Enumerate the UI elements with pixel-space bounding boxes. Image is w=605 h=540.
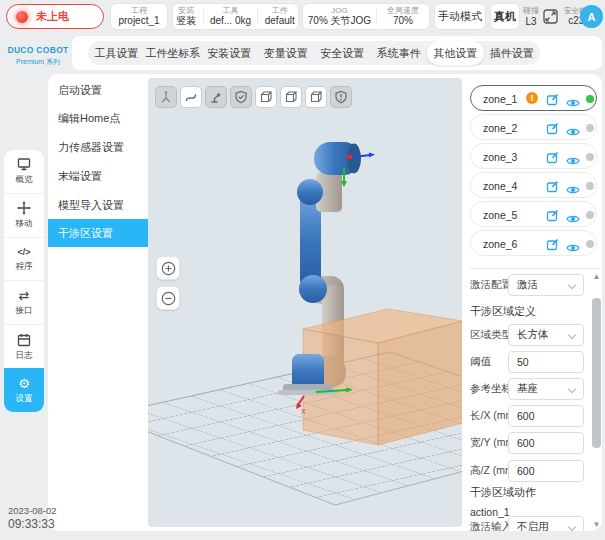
tab-variable-settings[interactable]: 变量设置 bbox=[258, 41, 315, 65]
zoom-in-button[interactable] bbox=[156, 256, 180, 280]
ref-frame-select[interactable]: 基座 bbox=[508, 378, 584, 400]
visibility-eye-icon[interactable] bbox=[566, 94, 580, 112]
zone-row-2[interactable]: zone_2 bbox=[470, 114, 597, 140]
threshold-input[interactable] bbox=[508, 351, 584, 373]
dim-y-input[interactable] bbox=[508, 432, 584, 454]
activate-input-select[interactable]: 不启用 bbox=[508, 516, 584, 531]
edit-icon[interactable] bbox=[546, 179, 559, 197]
zone-type-select[interactable]: 长方体 bbox=[508, 324, 584, 346]
edit-icon[interactable] bbox=[546, 92, 559, 110]
scroll-down-arrow[interactable]: ▼ bbox=[591, 520, 602, 530]
real-machine-button[interactable]: 真机 bbox=[490, 3, 520, 30]
edit-icon[interactable] bbox=[546, 121, 559, 139]
power-status-button[interactable]: 未上电 bbox=[6, 4, 104, 29]
panel-divider bbox=[470, 268, 600, 269]
visibility-eye-icon[interactable] bbox=[566, 123, 580, 141]
nav-item-overview[interactable]: 概览 bbox=[4, 150, 44, 193]
view-cube-1-button[interactable] bbox=[255, 86, 277, 108]
tab-plugin-settings[interactable]: 插件设置 bbox=[484, 41, 541, 65]
view-shield-alert-button[interactable] bbox=[330, 86, 352, 108]
view-cube-2-button[interactable] bbox=[280, 86, 302, 108]
zone-type-label: 区域类型 bbox=[470, 328, 512, 342]
settings-tabs: 工具设置 工件坐标系 安装设置 变量设置 安全设置 系统事件 其他设置 插件设置 bbox=[88, 41, 540, 65]
activate-input-value: 不启用 bbox=[517, 520, 549, 531]
setup-summary-group[interactable]: 安装 竖装 工具 def... 0kg 工件 default bbox=[172, 3, 299, 30]
form-scrollbar[interactable]: ▲ ▼ bbox=[591, 272, 602, 530]
view-cube-3-button[interactable] bbox=[305, 86, 327, 108]
jog-speed-group[interactable]: JOG 70% 关节JOG 全局速度 70% bbox=[302, 3, 430, 30]
view-robot-button[interactable] bbox=[205, 86, 227, 108]
scroll-up-arrow[interactable]: ▲ bbox=[591, 272, 602, 282]
clock-date: 2023-08-02 bbox=[8, 505, 57, 516]
jog-label: JOG bbox=[331, 6, 347, 16]
jog-value: 70% 关节JOG bbox=[308, 15, 371, 27]
nav-item-settings[interactable]: ⚙ 设置 bbox=[4, 368, 44, 412]
edit-icon[interactable] bbox=[546, 237, 559, 255]
menu-item-force-sensor[interactable]: 力传感器设置 bbox=[48, 133, 148, 161]
nav-item-log[interactable]: 日志 bbox=[4, 324, 44, 368]
3d-viewport[interactable]: X bbox=[148, 78, 462, 527]
zone-name: zone_1 bbox=[483, 93, 517, 105]
menu-item-end-effector[interactable]: 末端设置 bbox=[48, 162, 148, 190]
menu-item-edit-home[interactable]: 编辑Home点 bbox=[48, 104, 148, 132]
view-axis-button[interactable] bbox=[155, 86, 177, 108]
view-shield-check-button[interactable] bbox=[230, 86, 252, 108]
manual-mode-button[interactable]: 手动模式 bbox=[434, 3, 486, 30]
scrollbar-thumb[interactable] bbox=[592, 298, 601, 448]
edit-icon[interactable] bbox=[546, 150, 559, 168]
nav-label: 接口 bbox=[16, 305, 33, 317]
zone-enabled-dot[interactable] bbox=[586, 95, 594, 103]
zone-enabled-dot[interactable] bbox=[586, 182, 594, 190]
zone-row-1[interactable]: zone_1 ! bbox=[470, 85, 597, 111]
robot-icon bbox=[209, 90, 223, 104]
menu-item-startup-settings[interactable]: 启动设置 bbox=[48, 76, 148, 104]
3d-scene[interactable]: X bbox=[148, 78, 462, 527]
menu-item-model-import[interactable]: 模型导入设置 bbox=[48, 191, 148, 219]
brand-subtitle: Premium 系列 bbox=[5, 57, 71, 67]
ref-frame-value: 基座 bbox=[517, 382, 538, 396]
activation-select[interactable]: 激活 bbox=[508, 274, 584, 296]
nav-item-interface[interactable]: ⇄ 接口 bbox=[4, 280, 44, 324]
project-label: 工程 bbox=[131, 6, 147, 16]
tab-other-settings[interactable]: 其他设置 bbox=[427, 41, 484, 65]
zone-enabled-dot[interactable] bbox=[586, 153, 594, 161]
edit-icon[interactable] bbox=[546, 208, 559, 226]
zone-row-3[interactable]: zone_3 bbox=[470, 143, 597, 169]
app-window: 未上电 工程 project_1 安装 竖装 工具 def... 0kg 工件 … bbox=[0, 0, 605, 540]
path-icon bbox=[184, 90, 198, 104]
view-path-button[interactable] bbox=[180, 86, 202, 108]
zone-row-5[interactable]: zone_5 bbox=[470, 201, 597, 227]
zone-enabled-dot[interactable] bbox=[586, 240, 594, 248]
zone-enabled-dot[interactable] bbox=[586, 124, 594, 132]
tab-system-events[interactable]: 系统事件 bbox=[371, 41, 428, 65]
global-speed-value: 70% bbox=[393, 15, 413, 27]
tab-mount-settings[interactable]: 安装设置 bbox=[201, 41, 258, 65]
visibility-eye-icon[interactable] bbox=[566, 239, 580, 257]
user-avatar[interactable]: A bbox=[580, 5, 603, 28]
power-status-label: 未上电 bbox=[36, 9, 69, 24]
nav-item-move[interactable]: 移动 bbox=[4, 193, 44, 237]
zone-name: zone_3 bbox=[483, 151, 517, 163]
visibility-eye-icon[interactable] bbox=[566, 152, 580, 170]
brand-logo: DUCO COBOT Premium 系列 bbox=[5, 45, 71, 67]
zone-row-4[interactable]: zone_4 bbox=[470, 172, 597, 198]
tab-safety-settings[interactable]: 安全设置 bbox=[314, 41, 371, 65]
zone-row-6[interactable]: zone_6 bbox=[470, 230, 597, 256]
dim-x-input[interactable] bbox=[508, 405, 584, 427]
tool-value: def... 0kg bbox=[210, 15, 251, 27]
nav-label: 概览 bbox=[16, 174, 33, 186]
zoom-out-button[interactable] bbox=[156, 286, 180, 310]
menu-item-interference-zone[interactable]: 干涉区设置 bbox=[48, 219, 148, 247]
project-selector[interactable]: 工程 project_1 bbox=[110, 3, 168, 30]
nav-item-program[interactable]: </> 程序 bbox=[4, 237, 44, 281]
visibility-eye-icon[interactable] bbox=[566, 181, 580, 199]
zone-enabled-dot[interactable] bbox=[586, 211, 594, 219]
mount-label: 安装 bbox=[178, 6, 194, 16]
collision-expand-icon[interactable] bbox=[542, 8, 559, 29]
visibility-eye-icon[interactable] bbox=[566, 210, 580, 228]
dim-z-input[interactable] bbox=[508, 460, 584, 482]
tab-tool-settings[interactable]: 工具设置 bbox=[88, 41, 145, 65]
calendar-icon bbox=[16, 332, 32, 348]
tab-workpiece-frames[interactable]: 工件坐标系 bbox=[145, 41, 202, 65]
clock-time: 09:33:33 bbox=[8, 517, 57, 531]
